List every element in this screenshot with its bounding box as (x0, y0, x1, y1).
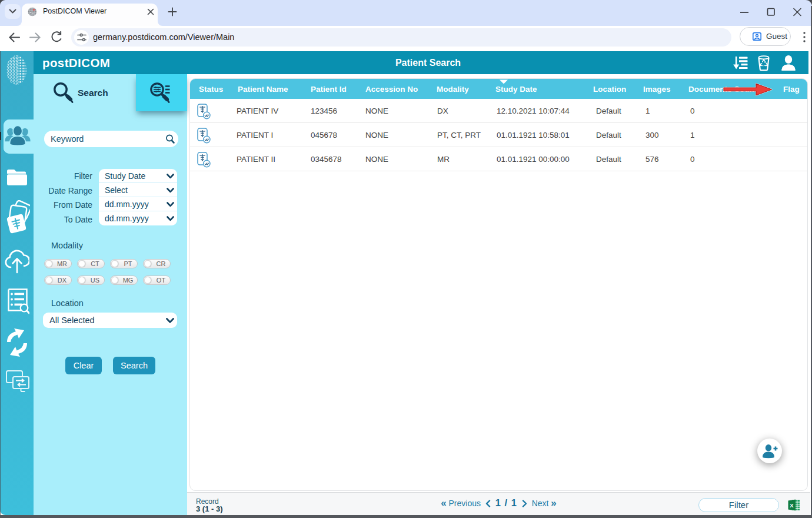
svg-text:X: X (790, 502, 794, 509)
